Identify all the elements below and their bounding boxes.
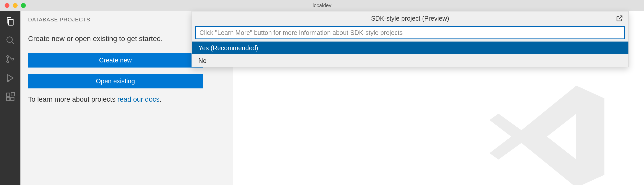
svg-point-3 <box>7 61 9 63</box>
window-controls <box>0 3 26 8</box>
read-docs-link[interactable]: read our docs <box>117 96 160 103</box>
sidebar-title: DATABASE PROJECTS <box>28 17 90 23</box>
svg-rect-10 <box>11 93 14 96</box>
extensions-icon[interactable] <box>5 92 15 102</box>
svg-point-4 <box>12 58 14 60</box>
open-existing-button[interactable]: Open existing <box>28 74 203 88</box>
quick-input-header: SDK-style project (Preview) <box>192 11 628 25</box>
quick-input-option-no[interactable]: No <box>192 54 628 67</box>
docs-text-prefix: To learn more about projects <box>28 96 117 103</box>
maximize-window-button[interactable] <box>21 3 26 8</box>
search-icon[interactable] <box>5 35 15 45</box>
quick-input-palette: SDK-style project (Preview) Yes (Recomme… <box>192 11 629 67</box>
minimize-window-button[interactable] <box>13 3 18 8</box>
svg-line-1 <box>12 42 14 44</box>
source-control-icon[interactable] <box>5 54 15 64</box>
quick-input-list: Yes (Recommended) No <box>192 42 628 67</box>
titlebar: localdev <box>0 0 644 11</box>
svg-rect-9 <box>11 97 14 101</box>
vscode-watermark-icon <box>483 73 611 185</box>
open-external-icon[interactable] <box>616 15 623 22</box>
explorer-icon[interactable] <box>5 16 15 27</box>
activity-bar <box>0 11 20 185</box>
docs-text-suffix: . <box>160 96 162 103</box>
run-debug-icon[interactable] <box>5 73 15 83</box>
app-window: localdev DATABASE PROJECTS <box>0 0 644 185</box>
svg-rect-8 <box>6 97 10 101</box>
svg-point-0 <box>7 37 13 43</box>
docs-line: To learn more about projects read our do… <box>28 95 225 104</box>
svg-rect-7 <box>6 93 10 96</box>
quick-input-box-wrap <box>192 25 628 42</box>
close-window-button[interactable] <box>5 3 9 8</box>
quick-input-box[interactable] <box>195 26 625 39</box>
svg-point-2 <box>7 56 9 58</box>
window-title: localdev <box>313 3 331 8</box>
quick-input-title: SDK-style project (Preview) <box>371 15 449 22</box>
create-new-button[interactable]: Create new <box>28 53 203 68</box>
quick-input-option-yes[interactable]: Yes (Recommended) <box>192 42 628 54</box>
